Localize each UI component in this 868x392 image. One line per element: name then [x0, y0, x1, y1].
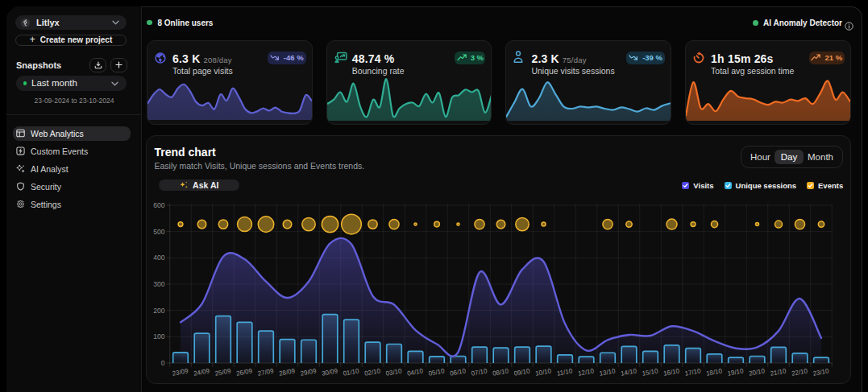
- svg-text:05/10: 05/10: [428, 367, 446, 377]
- svg-text:500: 500: [153, 228, 164, 236]
- svg-text:100: 100: [153, 332, 164, 340]
- svg-text:08/10: 08/10: [492, 367, 509, 377]
- svg-text:12/10: 12/10: [577, 367, 595, 377]
- svg-text:14/10: 14/10: [620, 367, 638, 377]
- svg-text:27/09: 27/09: [257, 367, 275, 377]
- svg-text:23/10: 23/10: [812, 367, 830, 377]
- svg-text:23/09: 23/09: [172, 367, 189, 377]
- svg-text:01/10: 01/10: [343, 367, 360, 377]
- svg-text:400: 400: [153, 254, 164, 262]
- svg-text:21/10: 21/10: [770, 367, 787, 377]
- svg-text:04/10: 04/10: [406, 367, 424, 377]
- svg-text:26/09: 26/09: [235, 367, 253, 377]
- svg-text:29/09: 29/09: [300, 367, 318, 377]
- svg-text:13/10: 13/10: [599, 367, 617, 377]
- svg-text:07/10: 07/10: [471, 367, 488, 377]
- svg-text:200: 200: [153, 307, 164, 315]
- svg-text:28/09: 28/09: [278, 367, 296, 377]
- svg-text:06/10: 06/10: [449, 367, 467, 377]
- svg-text:0: 0: [161, 359, 165, 367]
- svg-text:11/10: 11/10: [556, 367, 573, 377]
- svg-text:24/09: 24/09: [193, 367, 210, 377]
- svg-text:16/10: 16/10: [662, 367, 680, 377]
- svg-text:25/09: 25/09: [214, 367, 232, 377]
- svg-text:22/10: 22/10: [791, 367, 808, 377]
- svg-text:03/10: 03/10: [385, 367, 403, 377]
- svg-text:600: 600: [153, 201, 164, 209]
- svg-text:300: 300: [153, 280, 164, 288]
- svg-text:02/10: 02/10: [363, 367, 381, 377]
- svg-text:09/10: 09/10: [513, 367, 531, 377]
- svg-text:30/09: 30/09: [321, 367, 338, 377]
- svg-text:17/10: 17/10: [684, 367, 702, 377]
- svg-text:10/10: 10/10: [534, 367, 552, 377]
- svg-text:15/10: 15/10: [642, 367, 659, 377]
- svg-text:18/10: 18/10: [705, 367, 723, 377]
- svg-text:20/10: 20/10: [748, 367, 766, 377]
- svg-text:19/10: 19/10: [727, 367, 745, 377]
